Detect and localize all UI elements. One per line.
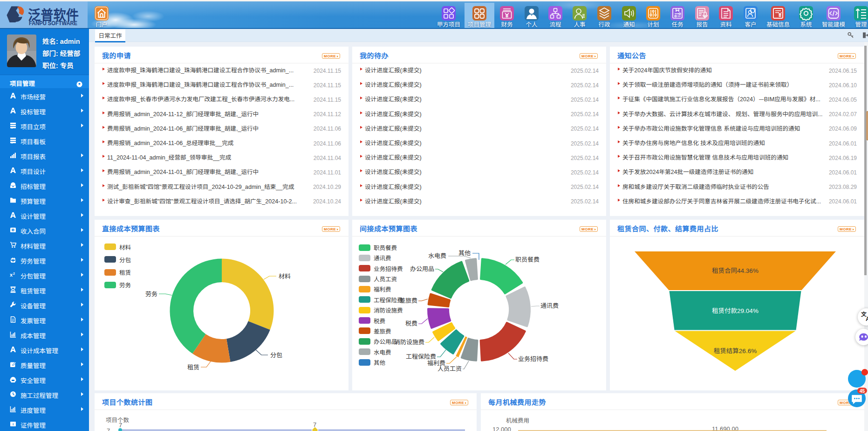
svg-text:FANPU SOFTWARE: FANPU SOFTWARE: [29, 18, 77, 27]
svg-text:A: A: [866, 314, 868, 323]
svg-text:租赁结算26.6%: 租赁结算26.6%: [714, 346, 757, 355]
svg-text:2: 2: [13, 271, 15, 276]
svg-text:材料: 材料: [279, 271, 291, 280]
svg-text:业务招待费: 业务招待费: [518, 354, 548, 363]
svg-text:x: x: [10, 271, 13, 278]
svg-text:消防设施费: 消防设施费: [394, 337, 424, 346]
svg-text:通讯费: 通讯费: [540, 301, 559, 310]
svg-text:劳务: 劳务: [145, 289, 157, 298]
svg-text:分包: 分包: [270, 350, 282, 359]
svg-text:租赁: 租赁: [187, 362, 199, 371]
svg-text:人员工资: 人员工资: [437, 364, 462, 373]
svg-text:水电费: 水电费: [428, 251, 446, 260]
svg-text:¥: ¥: [12, 228, 14, 232]
svg-text:税费: 税费: [405, 319, 417, 327]
svg-text:租赁付款29.04%: 租赁付款29.04%: [712, 306, 759, 315]
svg-text:职员餐费: 职员餐费: [515, 255, 540, 264]
svg-text:其他: 其他: [458, 248, 471, 257]
svg-text:i: i: [13, 421, 14, 426]
svg-text:办公用品: 办公用品: [410, 264, 434, 273]
svg-text:租赁合同44.36%: 租赁合同44.36%: [712, 265, 759, 275]
